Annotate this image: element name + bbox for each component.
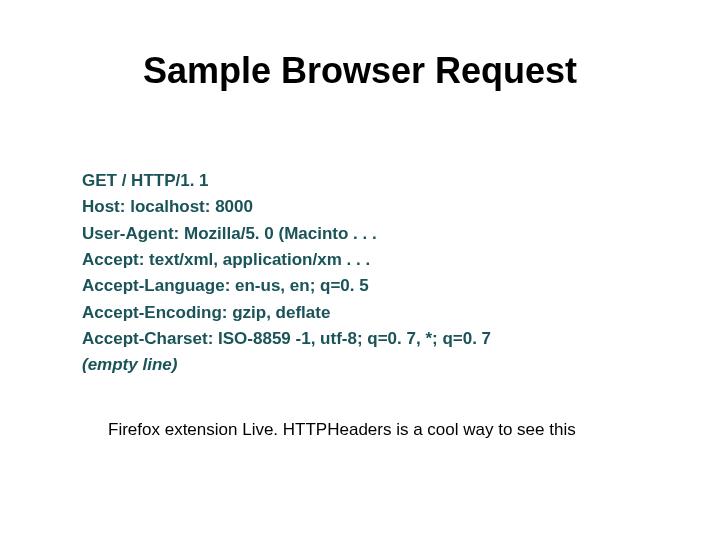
slide-title: Sample Browser Request <box>0 50 720 92</box>
empty-line-indicator: (empty line) <box>82 352 642 378</box>
header-user-agent: User-Agent: Mozilla/5. 0 (Macinto . . . <box>82 221 642 247</box>
header-accept-encoding: Accept-Encoding: gzip, deflate <box>82 300 642 326</box>
header-host: Host: localhost: 8000 <box>82 194 642 220</box>
http-request-block: GET / HTTP/1. 1 Host: localhost: 8000 Us… <box>82 168 642 379</box>
request-line: GET / HTTP/1. 1 <box>82 168 642 194</box>
header-accept-language: Accept-Language: en-us, en; q=0. 5 <box>82 273 642 299</box>
header-accept: Accept: text/xml, application/xm . . . <box>82 247 642 273</box>
header-accept-charset: Accept-Charset: ISO-8859 -1, utf-8; q=0.… <box>82 326 642 352</box>
slide: Sample Browser Request GET / HTTP/1. 1 H… <box>0 0 720 540</box>
footnote: Firefox extension Live. HTTPHeaders is a… <box>108 420 576 440</box>
